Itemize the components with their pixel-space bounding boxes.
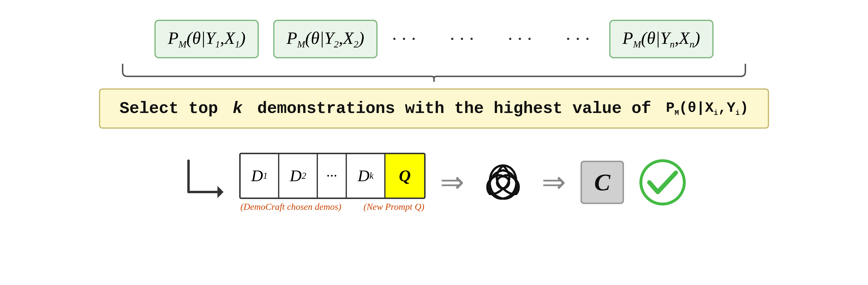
brace-svg xyxy=(108,62,760,83)
demo-cell-d1: D1 xyxy=(241,154,279,198)
checkmark-icon xyxy=(639,158,687,207)
select-text-prefix: Select top xyxy=(120,99,228,118)
demo-blocks: D1 D2 ··· Dk Q xyxy=(239,153,426,199)
prob-boxes-row: PM(θ|Y1,X1) PM(θ|Y2,X2) ··· ··· ··· ··· … xyxy=(154,20,713,58)
select-text-suffix: demonstrations with the highest value of xyxy=(247,99,661,118)
bottom-row: D1 D2 ··· Dk Q (DemoCraft chosen demos) xyxy=(181,153,687,212)
demo-cell-d2: D2 xyxy=(279,154,318,198)
demo-dots: ··· xyxy=(318,154,347,198)
demo-label-left: (DemoCraft chosen demos) xyxy=(240,202,341,212)
select-k-label: k xyxy=(233,99,243,118)
demo-blocks-wrapper: D1 D2 ··· Dk Q (DemoCraft chosen demos) xyxy=(239,153,426,212)
select-box: Select top k demonstrations with the hig… xyxy=(99,88,769,129)
demo-cell-q: Q xyxy=(385,154,424,198)
openai-logo-icon xyxy=(479,158,527,207)
prediction-box: C xyxy=(581,161,624,204)
diagram-container: PM(θ|Y1,X1) PM(θ|Y2,X2) ··· ··· ··· ··· … xyxy=(24,10,844,275)
demo-cell-dk: Dk xyxy=(347,154,385,198)
arrow-to-model: ⇒ xyxy=(440,168,464,197)
ellipsis-dots: ··· ··· ··· ··· xyxy=(392,28,595,50)
prob-box-2: PM(θ|Y2,X2) xyxy=(273,20,377,58)
select-formula: PM(θ|Xi,Yi) xyxy=(666,100,748,117)
l-arrow-icon xyxy=(181,158,225,207)
prob-box-n: PM(θ|Yn,Xn) xyxy=(609,20,714,58)
brace-connector xyxy=(96,62,772,83)
arrow-to-prediction: ⇒ xyxy=(541,168,566,197)
demo-labels: (DemoCraft chosen demos) (New Prompt Q) xyxy=(239,202,426,212)
demo-label-right: (New Prompt Q) xyxy=(364,202,424,212)
prob-box-1: PM(θ|Y1,X1) xyxy=(154,20,259,58)
svg-marker-2 xyxy=(217,186,223,198)
